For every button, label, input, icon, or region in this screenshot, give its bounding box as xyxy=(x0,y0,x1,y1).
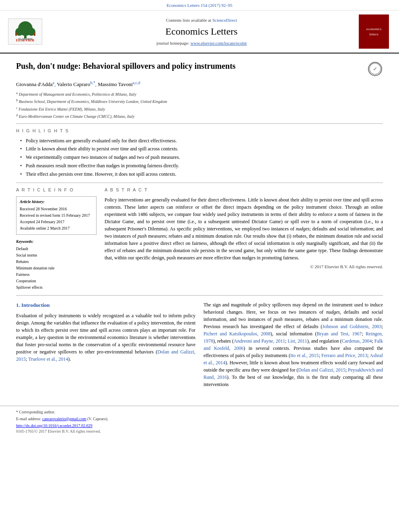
ref-truelove-2014[interactable]: Truelove et al., 2014 xyxy=(28,356,68,362)
svg-rect-4 xyxy=(15,33,17,36)
ref-ito-2015[interactable]: Ito et al., 2015 xyxy=(290,353,319,358)
highlights-section: H I G H L I G H T S Policy interventions… xyxy=(16,128,383,177)
abstract-text: Policy interventions are generally evalu… xyxy=(105,196,383,261)
separator-3 xyxy=(16,295,383,296)
affil-c: c Fondazione Eni Enrico Mattei (FEEM), M… xyxy=(16,106,383,112)
keyword-6: Cooperation xyxy=(16,278,97,284)
received-date: Received 28 November 2016 xyxy=(20,206,93,212)
separator-2 xyxy=(16,183,383,183)
revised-date: Received in revised form 15 February 201… xyxy=(20,213,93,218)
svg-text:✓: ✓ xyxy=(373,66,377,72)
article-title-row: Push, don't nudge: Behavioral spillovers… xyxy=(16,61,383,77)
page: Economics Letters 154 (2017) 92–95 ELSEV… xyxy=(0,0,399,434)
svg-text:ELSEVIER: ELSEVIER xyxy=(18,38,32,41)
article-title: Push, don't nudge: Behavioral spillovers… xyxy=(16,61,363,71)
highlight-item: Policy interventions are generally evalu… xyxy=(20,138,383,144)
journal-homepage-link[interactable]: www.elsevier.com/locate/ecolet xyxy=(191,41,247,45)
article-info-box: Article history: Received 28 November 20… xyxy=(16,196,97,235)
keywords-box: Keywords: Default Social norms Rebates M… xyxy=(16,239,97,290)
body-content: 1. Introduction Evaluation of policy ins… xyxy=(16,301,383,391)
elsevier-logo-area: ELSEVIER ELSEVIER xyxy=(8,18,44,45)
journal-header: ELSEVIER ELSEVIER Contents lists availab… xyxy=(0,10,399,53)
crossmark-svg: ✓ xyxy=(369,62,381,76)
body-col-left: 1. Introduction Evaluation of policy ins… xyxy=(16,301,195,391)
footnote-star: * Corresponding author. xyxy=(16,409,383,415)
author1-name: Giovanna d'Adda xyxy=(16,82,53,88)
highlight-item: Little is known about their ability to p… xyxy=(20,146,383,152)
sciencedirect-link[interactable]: ScienceDirect xyxy=(212,18,237,23)
footer: * Corresponding author. E-mail address: … xyxy=(0,406,399,434)
article-info-column: A R T I C L E I N F O Article history: R… xyxy=(16,187,97,291)
keyword-4: Minimum donation rule xyxy=(16,265,97,271)
journal-center-info: Contents lists available at ScienceDirec… xyxy=(48,17,355,46)
ref-peysakhovich-rand-2016[interactable]: Peysakhovich and Rand, 2016 xyxy=(204,367,383,380)
ref-cardenas-2004[interactable]: Cardenas, 2004 xyxy=(342,338,372,344)
ref-dolan-galizzi-2015b[interactable]: Dolan and Galizzi, 2015 xyxy=(298,367,345,373)
body-col-right: The sign and magnitude of policy spillov… xyxy=(204,301,383,391)
elsevier-logo: ELSEVIER ELSEVIER xyxy=(8,18,42,45)
author2-name: Valerio Capraro xyxy=(57,82,90,88)
affil-b: b Business School, Department of Economi… xyxy=(16,98,383,105)
email-link[interactable]: caprarovalerio@gmail.com xyxy=(42,417,86,421)
ref-bryan-test-1967[interactable]: Bryan and Test, 1967 xyxy=(317,331,362,337)
journal-cover-line1: economics xyxy=(366,27,382,32)
crossmark-area: ✓ xyxy=(367,61,383,77)
highlights-list: Policy interventions are generally evalu… xyxy=(20,138,383,178)
affil-a: a Department of Management and Economics… xyxy=(16,91,383,97)
authors-line: Giovanna d'Addaa, Valerio Caprarob,*, Ma… xyxy=(16,80,383,88)
available-date: Available online 2 March 2017 xyxy=(20,226,93,231)
keyword-3: Rebates xyxy=(16,259,97,265)
affil-d: d Euro-Mediterranean Center on Climate C… xyxy=(16,113,383,119)
journal-cover: economics letters xyxy=(359,14,389,49)
issn-line: 0165-1765/© 2017 Elsevier B.V. All right… xyxy=(16,429,383,434)
keyword-5: Fairness xyxy=(16,272,97,277)
keywords-title: Keywords: xyxy=(16,239,97,244)
journal-reference-bar: Economics Letters 154 (2017) 92–95 xyxy=(0,0,399,10)
journal-cover-line2: letters xyxy=(369,32,378,37)
keyword-2: Social norms xyxy=(16,253,97,258)
ref-pichert-2008[interactable]: Pichert and Katsikopoulos, 2008 xyxy=(204,331,271,337)
highlights-label: H I G H L I G H T S xyxy=(16,128,383,134)
copyright-line: © 2017 Elsevier B.V. All rights reserved… xyxy=(105,264,383,270)
article-info-label: A R T I C L E I N F O xyxy=(16,187,97,193)
info-abstract-row: A R T I C L E I N F O Article history: R… xyxy=(16,187,383,291)
keyword-1: Default xyxy=(16,246,97,252)
elsevier-tree-icon: ELSEVIER xyxy=(11,21,39,41)
abstract-section: A B S T R A C T Policy interventions are… xyxy=(105,187,383,291)
author3-name: Massimo Tavoni xyxy=(98,82,133,88)
doi-line: http://dx.doi.org/10.1016/j.econlet.2017… xyxy=(16,423,383,429)
doi-link[interactable]: http://dx.doi.org/10.1016/j.econlet.2017… xyxy=(16,423,93,428)
homepage-line: journal homepage: www.elsevier.com/locat… xyxy=(48,40,355,46)
highlight-item: We experimentally compare two instances … xyxy=(20,154,383,161)
ref-johnson-goldstein-2003[interactable]: Johnson and Goldstein, 2003 xyxy=(322,324,381,329)
intro-para-1: Evaluation of policy instruments is wide… xyxy=(16,312,195,363)
author2-sup: b,* xyxy=(90,80,95,85)
email-line: E-mail address: caprarovalerio@gmail.com… xyxy=(16,416,383,422)
affiliations: a Department of Management and Economics… xyxy=(16,91,383,119)
contents-line: Contents lists available at ScienceDirec… xyxy=(48,17,355,23)
separator-1 xyxy=(16,123,383,124)
author1-sup: a xyxy=(53,80,54,85)
keyword-7: Spillover effects xyxy=(16,285,97,290)
history-title: Article history: xyxy=(20,199,93,205)
highlight-item: Push measures result more effective than… xyxy=(20,162,383,169)
journal-reference: Economics Letters 154 (2017) 92–95 xyxy=(167,3,232,8)
author3-sup: a,c,d xyxy=(133,80,140,85)
abstract-label: A B S T R A C T xyxy=(105,187,383,193)
highlight-item: Their effect also persists over time. Ho… xyxy=(20,171,383,178)
intro-heading: 1. Introduction xyxy=(16,301,195,309)
journal-title: Economics Letters xyxy=(48,25,355,39)
ref-ferraro-price-2013[interactable]: Ferraro and Price, 2013 xyxy=(321,353,367,358)
svg-rect-5 xyxy=(34,33,35,36)
main-content: Push, don't nudge: Behavioral spillovers… xyxy=(0,53,399,399)
journal-cover-image: economics letters xyxy=(359,14,391,49)
crossmark-icon: ✓ xyxy=(368,62,382,76)
ref-list-2011[interactable]: List, 2011 xyxy=(288,338,307,344)
accepted-date: Accepted 24 February 2017 xyxy=(20,219,93,225)
ref-andreoni-payne-2011[interactable]: Andreoni and Payne, 2011 xyxy=(234,338,285,344)
intro-para-right-1: The sign and magnitude of policy spillov… xyxy=(204,301,383,388)
